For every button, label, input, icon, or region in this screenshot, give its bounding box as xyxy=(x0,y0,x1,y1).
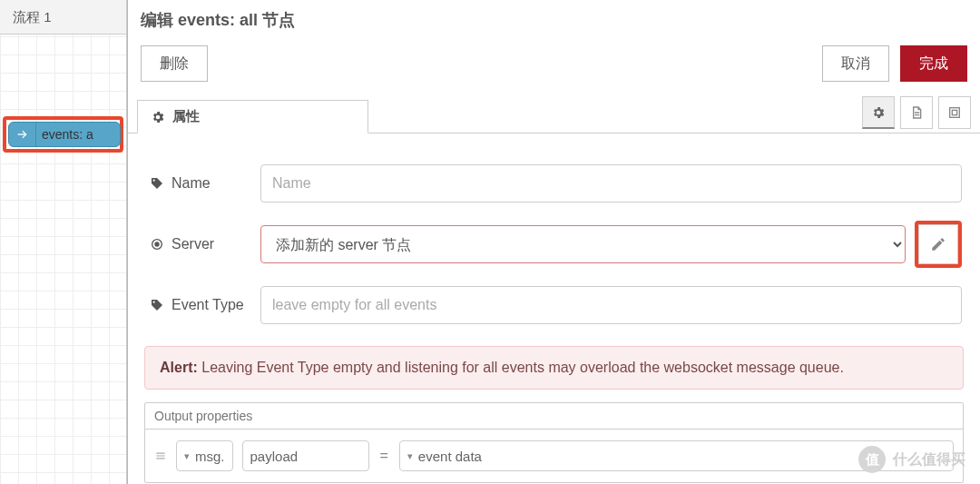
workspace-canvas[interactable]: 流程 1 events: a xyxy=(0,0,127,484)
panel-title: 编辑 events: all 节点 xyxy=(128,0,980,38)
tag-icon xyxy=(150,298,164,312)
arrow-right-icon xyxy=(9,123,36,146)
name-input[interactable] xyxy=(260,164,962,202)
edit-server-button[interactable] xyxy=(918,224,958,264)
output-properties: Output properties ▾ msg. = ▾ event data xyxy=(144,402,964,483)
tab-attributes[interactable]: 属性 xyxy=(137,100,368,133)
msg-type-select[interactable]: ▾ msg. xyxy=(176,440,233,471)
tag-icon xyxy=(150,176,164,191)
output-property-row: ▾ msg. = ▾ event data xyxy=(145,430,963,482)
output-properties-heading: Output properties xyxy=(145,403,963,430)
edit-panel: 编辑 events: all 节点 删除 取消 完成 属性 xyxy=(127,0,980,484)
name-label: Name xyxy=(172,175,211,192)
drag-handle-icon[interactable] xyxy=(154,449,167,462)
value-type-select[interactable]: ▾ event data xyxy=(399,440,954,471)
svg-point-5 xyxy=(153,301,155,303)
caret-down-icon: ▾ xyxy=(407,450,413,462)
highlight-box-node: events: a xyxy=(3,116,123,153)
server-label: Server xyxy=(172,236,214,252)
tab-attributes-label: 属性 xyxy=(172,108,200,125)
delete-button[interactable]: 删除 xyxy=(141,45,208,82)
node-events-all[interactable]: events: a xyxy=(8,122,121,147)
server-select[interactable]: 添加新的 server 节点 xyxy=(260,225,906,263)
svg-rect-0 xyxy=(950,108,960,118)
gear-icon xyxy=(151,110,165,124)
edit-tabbar: 属性 xyxy=(128,96,980,133)
alert-text: Leaving Event Type empty and listening f… xyxy=(198,360,844,375)
event-type-input[interactable] xyxy=(260,286,962,324)
target-icon xyxy=(150,237,164,252)
alert-box: Alert: Leaving Event Type empty and list… xyxy=(144,346,964,390)
gear-icon-button[interactable] xyxy=(862,96,895,129)
svg-point-4 xyxy=(155,242,159,246)
pencil-icon xyxy=(930,236,946,252)
msg-key-input[interactable] xyxy=(242,440,369,471)
event-type-label: Event Type xyxy=(172,297,244,313)
appearance-icon-button[interactable] xyxy=(938,96,971,129)
form-body: Name Server 添加新的 server 节点 xyxy=(128,133,980,484)
alert-prefix: Alert: xyxy=(160,360,198,375)
cancel-button[interactable]: 取消 xyxy=(822,45,889,82)
equals-sign: = xyxy=(378,448,390,464)
flow-tab[interactable]: 流程 1 xyxy=(0,0,126,35)
svg-point-2 xyxy=(153,180,155,182)
document-icon-button[interactable] xyxy=(900,96,933,129)
caret-down-icon: ▾ xyxy=(184,450,190,462)
panel-actions: 删除 取消 完成 xyxy=(128,38,980,96)
node-label: events: a xyxy=(36,127,93,142)
highlight-box-edit xyxy=(915,221,962,268)
done-button[interactable]: 完成 xyxy=(900,45,967,82)
svg-rect-1 xyxy=(952,110,956,114)
